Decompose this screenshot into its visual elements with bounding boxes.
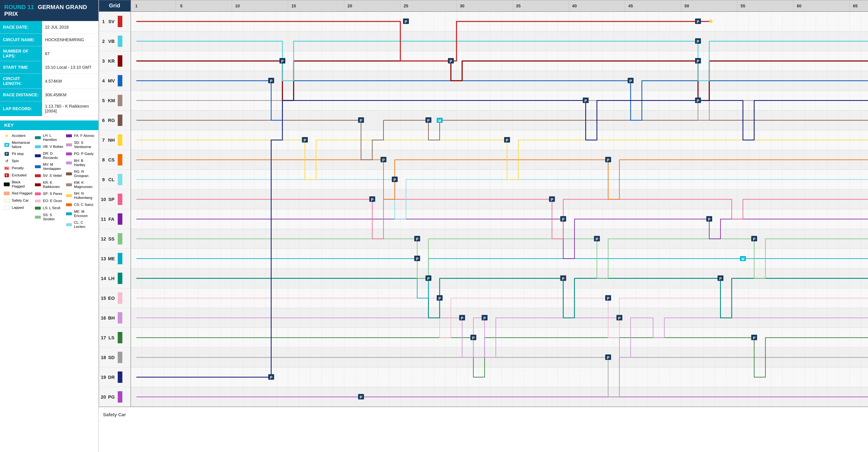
key-fa: FA: F Alonso <box>66 133 95 138</box>
circuit-name-value: HOCKENHEIMRING <box>42 34 87 46</box>
svg-text:P: P <box>483 316 486 321</box>
svg-text:P: P <box>562 277 564 281</box>
penalty-icon: Pe <box>3 166 10 171</box>
svg-text:LS: LS <box>108 335 114 340</box>
svg-text:ME: ME <box>108 256 115 261</box>
main-container: ROUND 11 GERMAN GRAND PRIX RACE DATE: 22… <box>0 0 868 452</box>
svg-rect-208 <box>118 273 122 284</box>
svg-text:P: P <box>708 217 711 221</box>
pitstop-icon: P <box>3 152 10 156</box>
svg-text:DR: DR <box>108 374 115 380</box>
svg-text:P: P <box>304 138 306 143</box>
svg-rect-183 <box>118 174 122 185</box>
lap-record-label: LAP RECORD: <box>0 101 42 116</box>
svg-text:P: P <box>405 20 407 24</box>
key-sv: SV: S Vettel <box>34 174 64 178</box>
key-accident: ★ Accident <box>3 133 33 138</box>
svg-text:25: 25 <box>404 4 408 8</box>
svg-text:2: 2 <box>102 39 105 44</box>
race-distance-row: RACE DISTANCE: 306.458KM <box>0 89 98 101</box>
svg-text:P: P <box>506 138 508 143</box>
key-dr: DR: D Ricciardo <box>34 152 64 160</box>
svg-text:★: ★ <box>708 18 713 24</box>
circuit-length-value: 4.574KM <box>42 74 65 89</box>
svg-text:7: 7 <box>102 138 105 143</box>
svg-text:MV: MV <box>108 78 115 84</box>
info-panel: ROUND 11 GERMAN GRAND PRIX RACE DATE: 22… <box>0 0 99 452</box>
round-label: ROUND 11 <box>4 4 34 10</box>
key-sd: SD: S Vandoorne <box>66 141 95 149</box>
circuit-name-row: CIRCUIT NAME: HOCKENHEIMRING <box>0 34 98 46</box>
key-ss: SS: S Sirotkin <box>34 213 64 221</box>
svg-text:LH: LH <box>108 276 114 281</box>
svg-text:45: 45 <box>628 4 633 8</box>
svg-rect-3 <box>131 0 868 11</box>
key-safety-car-label: Safety Car <box>12 199 29 203</box>
key-penalty-label: Penalty <box>12 166 24 170</box>
key-safety-car: Safety Car <box>3 198 33 203</box>
svg-text:10: 10 <box>101 197 106 202</box>
svg-text:SS: SS <box>108 236 114 242</box>
svg-text:20: 20 <box>347 4 352 8</box>
svg-text:P: P <box>697 20 699 24</box>
race-distance-value: 306.458KM <box>42 89 69 101</box>
num-laps-value: 67 <box>42 46 53 61</box>
svg-rect-223 <box>118 332 122 343</box>
key-spin: ↺ Spin <box>3 159 33 163</box>
svg-text:40: 40 <box>572 4 577 8</box>
key-section: KEY ★ Accident M Mechanical failure P Pi… <box>0 120 98 235</box>
svg-text:P: P <box>618 316 621 321</box>
svg-text:P: P <box>753 336 755 340</box>
lap-record-value: 1:13.780 - K Raikkonen [2004] <box>42 101 98 116</box>
circuit-length-label: CIRCUIT LENGTH: <box>0 74 42 89</box>
svg-rect-143 <box>118 16 122 27</box>
svg-rect-198 <box>118 233 122 244</box>
svg-text:BH: BH <box>108 315 115 321</box>
chart-container: Grid15101520253035404550556065671SV12VB2… <box>99 0 868 452</box>
svg-text:12: 12 <box>101 236 106 242</box>
svg-text:50: 50 <box>684 4 689 8</box>
start-time-label: START TIME <box>0 61 42 73</box>
key-excluded: E Excluded <box>3 173 33 178</box>
key-pitstop-label: Pit stop <box>12 152 24 156</box>
svg-text:P: P <box>697 99 699 103</box>
key-bh: BH: B Hartley <box>66 159 95 167</box>
key-col3: FA: F Alonso SD: S Vandoorne PG: P Gasly… <box>66 133 95 232</box>
key-me: ME: M Ericsson <box>66 210 95 218</box>
svg-text:P: P <box>719 277 722 281</box>
svg-text:5: 5 <box>102 98 105 103</box>
key-rg: RG: R Grosjean <box>66 170 95 178</box>
key-sp: SP: S Perez <box>34 191 64 196</box>
svg-text:SV: SV <box>108 19 115 24</box>
key-black-flag: Black Flagged <box>3 180 33 188</box>
key-mv: MV: M Verstappen <box>34 162 64 171</box>
svg-text:15: 15 <box>291 4 296 8</box>
svg-text:15: 15 <box>101 296 106 301</box>
key-penalty: Pe Penalty <box>3 166 33 171</box>
key-red-flag-label: Red Flagged <box>12 191 32 195</box>
svg-text:P: P <box>551 198 553 202</box>
svg-text:8: 8 <box>102 157 105 162</box>
svg-rect-163 <box>118 95 122 106</box>
svg-text:SD: SD <box>108 355 115 360</box>
key-pitstop: P Pit stop <box>3 152 33 156</box>
svg-text:5: 5 <box>180 4 183 8</box>
race-date-label: RACE DATE: <box>0 21 42 33</box>
svg-text:KR: KR <box>108 58 115 64</box>
num-laps-row: NUMBER OF LAPS: 67 <box>0 46 98 61</box>
svg-text:RG: RG <box>108 118 115 123</box>
key-nh: NH: N Hulkenberg <box>66 191 95 200</box>
svg-text:19: 19 <box>101 374 106 380</box>
svg-rect-168 <box>118 115 122 126</box>
svg-text:FA: FA <box>108 216 114 222</box>
svg-text:9: 9 <box>102 177 105 182</box>
svg-text:P: P <box>427 277 430 281</box>
key-excluded-label: Excluded <box>12 173 27 177</box>
svg-text:13: 13 <box>101 256 106 261</box>
key-vb: VB: V Bottas <box>34 144 64 149</box>
svg-text:18: 18 <box>101 355 106 360</box>
svg-text:11: 11 <box>101 216 106 222</box>
svg-text:Grid: Grid <box>109 2 120 9</box>
svg-text:P: P <box>607 296 610 301</box>
key-pg: PG: P Gasly <box>66 152 95 156</box>
